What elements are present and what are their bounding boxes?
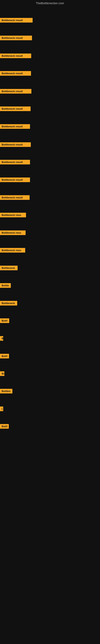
bottleneck-result-bar: Bott! [0, 318, 9, 323]
site-title: TheBottlenecker.com [0, 0, 100, 6]
bottleneck-result-bar: Bottleneck result [0, 106, 31, 111]
bottleneck-result-bar: | [0, 406, 3, 411]
bottleneck-result-bar: Bottleneck result [0, 18, 33, 22]
bottleneck-result-bar: Bott! [0, 424, 9, 429]
bottleneck-result-bar: Bottleneck result [0, 178, 30, 182]
bottleneck-result-bar: Bottle [0, 283, 11, 288]
bottleneck-result-bar: Bottleneck result [0, 89, 31, 94]
bottleneck-result-bar: Bottleneck result [0, 160, 30, 164]
bottleneck-result-bar: Bottleneck [0, 301, 17, 306]
bottleneck-result-bar: Bottleneck result [0, 142, 31, 147]
bottleneck-result-bar: Bottlen [0, 389, 12, 394]
bottleneck-result-bar: Bottleneck result [0, 195, 30, 200]
bottleneck-result-bar: Bottleneck resu [0, 213, 26, 217]
bottleneck-result-bar: B [0, 336, 3, 341]
bottleneck-result-bar: Bottleneck [0, 266, 18, 270]
bottleneck-result-bar: Bottleneck result [0, 124, 30, 129]
bottleneck-result-bar: Bottleneck resu [0, 230, 26, 235]
bottleneck-result-bar: Bo [0, 371, 4, 376]
bottleneck-result-bar: Bottleneck resu [0, 248, 25, 252]
bottleneck-result-bar: Bottleneck result [0, 36, 32, 40]
bottleneck-result-bar: Bott! [0, 354, 9, 358]
bottleneck-result-bar: Bottleneck result [0, 71, 31, 76]
bottleneck-result-bar: Bottleneck result [0, 54, 31, 58]
